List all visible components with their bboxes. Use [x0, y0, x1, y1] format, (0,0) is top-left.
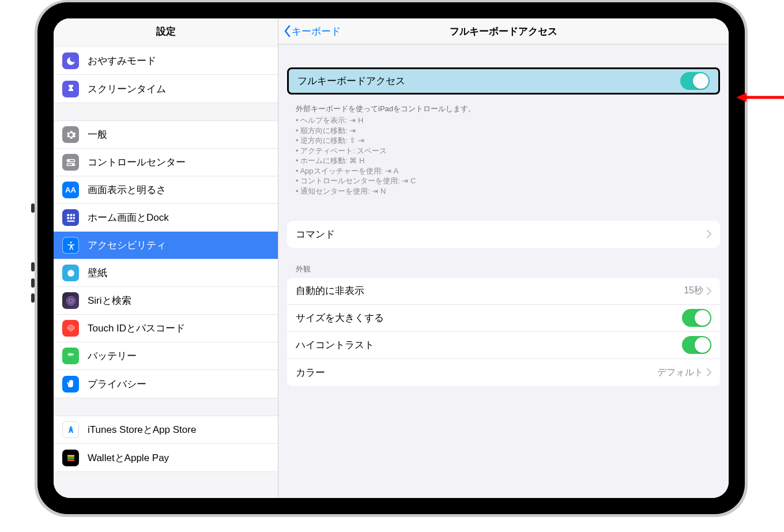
sidebar-item-general[interactable]: 一般: [54, 121, 278, 149]
accessibility-icon: [62, 237, 79, 254]
svg-rect-9: [73, 217, 74, 219]
sidebar-item-accessibility[interactable]: アクセシビリティ: [54, 232, 278, 259]
svg-rect-10: [67, 220, 75, 221]
sidebar-item-battery[interactable]: バッテリー: [54, 342, 278, 370]
sidebar-item-label: スクリーンタイム: [88, 82, 166, 96]
cell-label: フルキーボードアクセス: [297, 74, 680, 88]
shortcut-list: ヘルプを表示: ⇥ H 順方向に移動: ⇥ 逆方向に移動: ⇧ ⇥ アクティベー…: [296, 115, 711, 196]
chevron-right-icon: [707, 368, 711, 376]
sidebar-item-wallpaper[interactable]: 壁紙: [54, 259, 278, 287]
svg-rect-4: [67, 214, 69, 216]
annotation-arrow: [736, 92, 784, 103]
sidebar-item-label: アクセシビリティ: [88, 239, 166, 252]
back-button[interactable]: キーボード: [278, 25, 341, 38]
sidebar-item-label: 一般: [88, 128, 107, 141]
full-keyboard-access-row[interactable]: フルキーボードアクセス: [287, 67, 720, 95]
shortcut-item: 順方向に移動: ⇥: [296, 126, 711, 136]
sidebar-group-3: iTunes StoreとApp Store WalletとApple Pay: [54, 416, 278, 472]
sidebar-item-home-dock[interactable]: ホーム画面とDock: [54, 204, 278, 232]
high-contrast-row[interactable]: ハイコントラスト: [287, 332, 720, 359]
sidebar-item-label: WalletとApple Pay: [88, 451, 169, 465]
auto-hide-row[interactable]: 自動的に非表示 15秒: [287, 278, 720, 305]
increase-size-row[interactable]: サイズを大きくする: [287, 305, 720, 332]
switches-icon: [62, 154, 79, 171]
high-contrast-toggle[interactable]: [682, 336, 711, 354]
sidebar-item-label: Touch IDとパスコード: [88, 322, 185, 335]
toggle-knob: [695, 310, 710, 326]
sidebar-item-label: Siriと検索: [88, 294, 131, 307]
increase-size-toggle[interactable]: [682, 309, 711, 327]
sidebar-group-1: おやすみモード スクリーンタイム: [54, 47, 278, 103]
appstore-icon: [62, 421, 79, 438]
svg-point-11: [70, 242, 71, 243]
fingerprint-icon: [62, 320, 79, 337]
appearance-header: 外観: [287, 254, 720, 278]
svg-rect-8: [70, 217, 72, 219]
chevron-right-icon: [707, 287, 711, 295]
wallpaper-icon: [62, 265, 79, 281]
sidebar-item-screen-time[interactable]: スクリーンタイム: [54, 75, 278, 103]
svg-point-13: [69, 271, 73, 275]
sidebar-item-label: 壁紙: [88, 266, 107, 280]
sidebar-list[interactable]: おやすみモード スクリーンタイム: [54, 44, 278, 498]
sidebar-item-label: プライバシー: [88, 378, 146, 391]
sidebar-item-control-center[interactable]: コントロールセンター: [54, 149, 278, 176]
sidebar-item-display-brightness[interactable]: AA 画面表示と明るさ: [54, 176, 278, 204]
battery-icon: [62, 348, 79, 364]
shortcut-item: 通知センターを使用: ⇥ N: [296, 186, 711, 197]
sidebar-group-2: 一般 コントロールセンター AA 画面表示と明るさ: [54, 120, 278, 398]
sidebar-item-wallet-applepay[interactable]: WalletとApple Pay: [54, 444, 278, 471]
sidebar-item-label: iTunes StoreとApp Store: [88, 423, 196, 436]
commands-group: コマンド: [287, 221, 720, 248]
settings-sidebar: 設定 おやすみモード スクリーンタイ: [54, 18, 278, 498]
shortcut-item: コントロールセンターを使用: ⇥ C: [296, 176, 711, 186]
hourglass-icon: [62, 81, 79, 97]
sidebar-title: 設定: [54, 18, 278, 44]
ipad-screen: 設定 おやすみモード スクリーンタイ: [54, 18, 729, 498]
detail-body[interactable]: フルキーボードアクセス 外部キーボードを使ってiPadをコントロールします。 ヘ…: [278, 44, 729, 498]
toggle-knob: [695, 337, 710, 353]
svg-rect-5: [70, 214, 72, 216]
svg-rect-7: [67, 217, 69, 219]
gear-icon: [62, 126, 79, 143]
footer-lead: 外部キーボードを使ってiPadをコントロールします。: [296, 104, 711, 114]
sidebar-item-label: 画面表示と明るさ: [88, 183, 166, 197]
sidebar-item-label: ホーム画面とDock: [88, 211, 169, 224]
cell-value: 15秒: [684, 285, 703, 297]
detail-header: キーボード フルキーボードアクセス: [278, 18, 729, 44]
sidebar-item-label: バッテリー: [88, 349, 137, 363]
sidebar-item-siri-search[interactable]: Siriと検索: [54, 287, 278, 315]
svg-rect-19: [73, 354, 74, 355]
svg-marker-24: [736, 93, 747, 102]
wallet-icon: [62, 450, 79, 466]
sidebar-item-touchid-passcode[interactable]: Touch IDとパスコード: [54, 315, 278, 342]
moon-icon: [62, 52, 79, 69]
svg-rect-18: [69, 354, 73, 355]
sidebar-item-privacy[interactable]: プライバシー: [54, 370, 278, 398]
detail-title: フルキーボードアクセス: [278, 25, 729, 38]
sidebar-item-itunes-appstore[interactable]: iTunes StoreとApp Store: [54, 416, 278, 444]
ipad-frame: 設定 おやすみモード スクリーンタイ: [35, 0, 748, 517]
text-size-icon: AA: [62, 182, 79, 198]
svg-point-16: [69, 299, 72, 302]
cell-label: カラー: [296, 366, 657, 379]
shortcut-item: 逆方向に移動: ⇧ ⇥: [296, 135, 711, 146]
shortcut-item: アクティベート: スペース: [296, 146, 711, 156]
svg-rect-6: [73, 214, 74, 216]
commands-row[interactable]: コマンド: [287, 221, 720, 248]
back-label: キーボード: [292, 25, 341, 38]
shortcut-item: ホームに移動: ⌘ H: [296, 156, 711, 166]
cell-label: ハイコントラスト: [296, 338, 682, 352]
keyboard-shortcuts-note: 外部キーボードを使ってiPadをコントロールします。 ヘルプを表示: ⇥ H 順…: [287, 100, 720, 208]
color-row[interactable]: カラー デフォルト: [287, 359, 720, 386]
toggle-knob: [693, 73, 708, 89]
svg-rect-22: [67, 459, 74, 461]
cell-label: 自動的に非表示: [296, 284, 684, 297]
cell-label: コマンド: [296, 228, 707, 241]
full-keyboard-access-toggle[interactable]: [680, 72, 710, 90]
sidebar-item-do-not-disturb[interactable]: おやすみモード: [54, 47, 278, 75]
cell-value: デフォルト: [657, 367, 703, 379]
svg-rect-20: [67, 455, 74, 457]
sidebar-item-label: コントロールセンター: [88, 156, 186, 169]
ipad-bezel: 設定 おやすみモード スクリーンタイ: [37, 2, 745, 514]
